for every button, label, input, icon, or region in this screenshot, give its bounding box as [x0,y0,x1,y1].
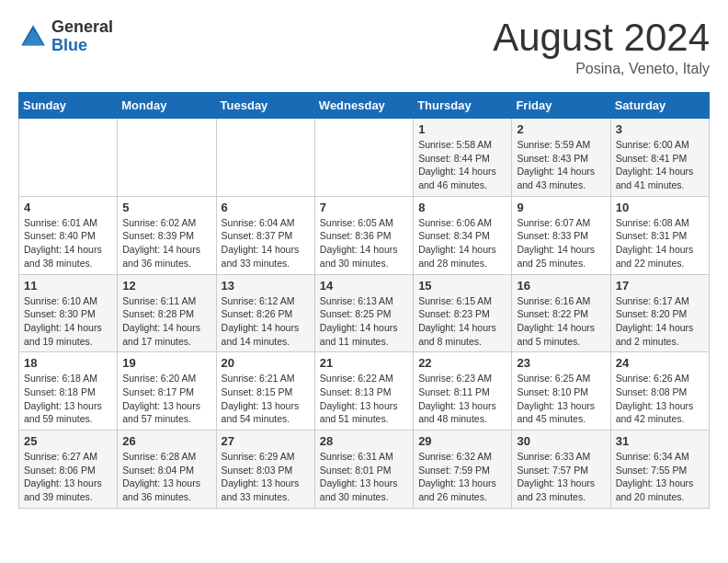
calendar-header: SundayMondayTuesdayWednesdayThursdayFrid… [19,93,710,119]
day-number: 26 [122,434,210,448]
day-cell: 22Sunrise: 6:23 AM Sunset: 8:11 PM Dayli… [414,352,512,431]
logo-blue: Blue [51,37,113,55]
week-row-2: 11Sunrise: 6:10 AM Sunset: 8:30 PM Dayli… [19,274,710,352]
day-number: 2 [517,122,605,136]
day-number: 31 [616,434,704,448]
day-cell: 29Sunrise: 6:32 AM Sunset: 7:59 PM Dayli… [414,431,512,509]
day-cell: 26Sunrise: 6:28 AM Sunset: 8:04 PM Dayli… [118,431,216,509]
day-cell [216,119,314,197]
day-cell: 31Sunrise: 6:34 AM Sunset: 7:55 PM Dayli… [610,431,709,509]
day-info: Sunrise: 5:59 AM Sunset: 8:43 PM Dayligh… [517,138,605,192]
day-info: Sunrise: 6:22 AM Sunset: 8:13 PM Dayligh… [320,372,408,426]
day-number: 17 [616,279,704,293]
day-number: 1 [418,122,506,136]
day-cell: 1Sunrise: 5:58 AM Sunset: 8:44 PM Daylig… [414,119,512,197]
day-number: 8 [418,201,506,214]
header-cell-tuesday: Tuesday [216,93,314,119]
day-cell: 21Sunrise: 6:22 AM Sunset: 8:13 PM Dayli… [314,352,413,431]
day-cell: 8Sunrise: 6:06 AM Sunset: 8:34 PM Daylig… [414,196,512,274]
day-cell: 7Sunrise: 6:05 AM Sunset: 8:36 PM Daylig… [314,196,413,274]
day-number: 21 [320,356,408,370]
day-number: 18 [24,356,112,370]
day-number: 16 [517,279,605,293]
day-cell: 2Sunrise: 5:59 AM Sunset: 8:43 PM Daylig… [512,119,610,197]
day-cell: 4Sunrise: 6:01 AM Sunset: 8:40 PM Daylig… [19,196,118,274]
logo-icon [18,22,48,52]
logo-general: General [51,18,113,37]
day-number: 6 [222,201,310,214]
day-number: 4 [24,201,112,214]
day-number: 28 [320,434,408,448]
logo: General Blue [18,18,113,55]
day-number: 3 [616,122,704,136]
day-cell: 24Sunrise: 6:26 AM Sunset: 8:08 PM Dayli… [610,352,709,431]
day-cell: 28Sunrise: 6:31 AM Sunset: 8:01 PM Dayli… [314,431,413,509]
day-cell: 15Sunrise: 6:15 AM Sunset: 8:23 PM Dayli… [414,274,512,352]
logo-text: General Blue [51,18,113,55]
day-cell: 18Sunrise: 6:18 AM Sunset: 8:18 PM Dayli… [19,352,118,431]
day-number: 20 [222,356,310,370]
day-info: Sunrise: 6:34 AM Sunset: 7:55 PM Dayligh… [616,450,704,504]
day-info: Sunrise: 5:58 AM Sunset: 8:44 PM Dayligh… [418,138,506,192]
week-row-1: 4Sunrise: 6:01 AM Sunset: 8:40 PM Daylig… [19,196,710,274]
day-number: 25 [24,434,112,448]
day-cell: 27Sunrise: 6:29 AM Sunset: 8:03 PM Dayli… [216,431,314,509]
day-info: Sunrise: 6:10 AM Sunset: 8:30 PM Dayligh… [24,294,112,349]
day-info: Sunrise: 6:25 AM Sunset: 8:10 PM Dayligh… [517,372,605,426]
day-info: Sunrise: 6:29 AM Sunset: 8:03 PM Dayligh… [222,450,310,504]
day-info: Sunrise: 6:23 AM Sunset: 8:11 PM Dayligh… [418,372,506,426]
day-cell: 12Sunrise: 6:11 AM Sunset: 8:28 PM Dayli… [118,274,216,352]
day-cell: 20Sunrise: 6:21 AM Sunset: 8:15 PM Dayli… [216,352,314,431]
day-cell [314,119,413,197]
day-cell: 3Sunrise: 6:00 AM Sunset: 8:41 PM Daylig… [610,119,709,197]
header-cell-monday: Monday [118,93,216,119]
day-info: Sunrise: 6:06 AM Sunset: 8:34 PM Dayligh… [418,216,506,270]
day-cell: 11Sunrise: 6:10 AM Sunset: 8:30 PM Dayli… [19,274,118,352]
day-number: 14 [320,279,408,293]
day-info: Sunrise: 6:26 AM Sunset: 8:08 PM Dayligh… [616,372,704,426]
day-info: Sunrise: 6:28 AM Sunset: 8:04 PM Dayligh… [122,450,210,504]
day-info: Sunrise: 6:31 AM Sunset: 8:01 PM Dayligh… [320,450,408,504]
day-cell [19,119,118,197]
day-cell: 23Sunrise: 6:25 AM Sunset: 8:10 PM Dayli… [512,352,610,431]
header-cell-wednesday: Wednesday [314,93,413,119]
day-cell: 16Sunrise: 6:16 AM Sunset: 8:22 PM Dayli… [512,274,610,352]
day-info: Sunrise: 6:01 AM Sunset: 8:40 PM Dayligh… [24,216,112,270]
day-cell: 5Sunrise: 6:02 AM Sunset: 8:39 PM Daylig… [118,196,216,274]
day-info: Sunrise: 6:21 AM Sunset: 8:15 PM Dayligh… [222,372,310,426]
day-cell: 14Sunrise: 6:13 AM Sunset: 8:25 PM Dayli… [314,274,413,352]
day-info: Sunrise: 6:00 AM Sunset: 8:41 PM Dayligh… [616,138,704,192]
day-info: Sunrise: 6:16 AM Sunset: 8:22 PM Dayligh… [517,294,605,349]
header-cell-saturday: Saturday [610,93,709,119]
day-number: 22 [418,356,506,370]
day-number: 5 [122,201,210,214]
day-cell: 10Sunrise: 6:08 AM Sunset: 8:31 PM Dayli… [610,196,709,274]
day-info: Sunrise: 6:12 AM Sunset: 8:26 PM Dayligh… [222,294,310,349]
day-number: 11 [24,279,112,293]
calendar-body: 1Sunrise: 5:58 AM Sunset: 8:44 PM Daylig… [19,119,710,509]
day-number: 29 [418,434,506,448]
day-info: Sunrise: 6:11 AM Sunset: 8:28 PM Dayligh… [122,294,210,349]
title-block: August 2024 Posina, Veneto, Italy [493,18,710,77]
day-number: 30 [517,434,605,448]
week-row-4: 25Sunrise: 6:27 AM Sunset: 8:06 PM Dayli… [19,431,710,509]
day-cell [118,119,216,197]
day-info: Sunrise: 6:20 AM Sunset: 8:17 PM Dayligh… [122,372,210,426]
day-cell: 17Sunrise: 6:17 AM Sunset: 8:20 PM Dayli… [610,274,709,352]
header: General Blue August 2024 Posina, Veneto,… [18,18,710,77]
day-info: Sunrise: 6:02 AM Sunset: 8:39 PM Dayligh… [122,216,210,270]
day-info: Sunrise: 6:07 AM Sunset: 8:33 PM Dayligh… [517,216,605,270]
day-info: Sunrise: 6:13 AM Sunset: 8:25 PM Dayligh… [320,294,408,349]
calendar-table: SundayMondayTuesdayWednesdayThursdayFrid… [18,92,710,509]
week-row-0: 1Sunrise: 5:58 AM Sunset: 8:44 PM Daylig… [19,119,710,197]
day-number: 24 [616,356,704,370]
day-info: Sunrise: 6:15 AM Sunset: 8:23 PM Dayligh… [418,294,506,349]
day-number: 13 [222,279,310,293]
month-title: August 2024 [493,18,710,57]
day-number: 7 [320,201,408,214]
header-row: SundayMondayTuesdayWednesdayThursdayFrid… [19,93,710,119]
week-row-3: 18Sunrise: 6:18 AM Sunset: 8:18 PM Dayli… [19,352,710,431]
day-info: Sunrise: 6:27 AM Sunset: 8:06 PM Dayligh… [24,450,112,504]
day-info: Sunrise: 6:04 AM Sunset: 8:37 PM Dayligh… [222,216,310,270]
day-info: Sunrise: 6:08 AM Sunset: 8:31 PM Dayligh… [616,216,704,270]
